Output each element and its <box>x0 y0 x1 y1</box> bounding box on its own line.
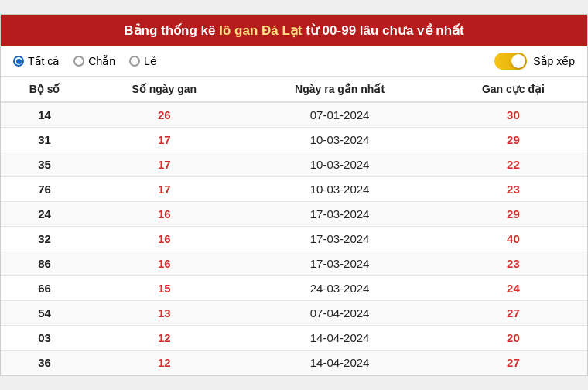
cell-so-ngay-gan: 16 <box>88 251 240 276</box>
cell-ngay-ra: 14-04-2024 <box>240 326 439 351</box>
cell-gan-cuc-dai: 40 <box>439 227 587 251</box>
cell-bo-so: 66 <box>1 276 88 301</box>
cell-gan-cuc-dai: 23 <box>439 251 587 276</box>
cell-bo-so: 76 <box>1 177 88 202</box>
main-container: Bảng thống kê lô gan Đà Lạt từ 00-99 lâu… <box>0 14 588 376</box>
cell-gan-cuc-dai: 29 <box>439 202 587 227</box>
header-highlight: lô gan Đà Lạt <box>219 23 302 38</box>
header-text-after: từ 00-99 lâu chưa về nhất <box>303 23 464 38</box>
page-header: Bảng thống kê lô gan Đà Lạt từ 00-99 lâu… <box>1 15 587 46</box>
col-bo-so: Bộ số <box>1 77 88 102</box>
sort-toggle[interactable] <box>494 53 527 70</box>
filter-tat-ca-label: Tất cả <box>28 55 60 67</box>
cell-ngay-ra: 10-03-2024 <box>240 152 439 177</box>
cell-ngay-ra: 17-03-2024 <box>240 202 439 227</box>
cell-so-ngay-gan: 16 <box>88 202 240 227</box>
cell-ngay-ra: 17-03-2024 <box>240 227 439 251</box>
cell-so-ngay-gan: 26 <box>88 102 240 128</box>
cell-bo-so: 86 <box>1 251 88 276</box>
col-so-ngay-gan: Số ngày gan <box>88 77 240 102</box>
filter-le-label: Lẻ <box>144 55 157 67</box>
cell-bo-so: 35 <box>1 152 88 177</box>
filter-chan-label: Chẵn <box>88 55 115 67</box>
sort-toggle-wrap: Sắp xếp <box>494 53 575 70</box>
cell-so-ngay-gan: 13 <box>88 301 240 326</box>
radio-tat-ca[interactable] <box>13 56 24 67</box>
cell-gan-cuc-dai: 27 <box>439 351 587 375</box>
cell-ngay-ra: 24-03-2024 <box>240 276 439 301</box>
cell-bo-so: 36 <box>1 351 88 375</box>
filter-row: Tất cả Chẵn Lẻ Sắp xếp <box>1 46 587 77</box>
cell-gan-cuc-dai: 29 <box>439 128 587 152</box>
table-row: 661524-03-202424 <box>1 276 587 301</box>
cell-ngay-ra: 10-03-2024 <box>240 177 439 202</box>
table-row: 142607-01-202430 <box>1 102 587 128</box>
cell-bo-so: 32 <box>1 227 88 251</box>
cell-gan-cuc-dai: 27 <box>439 301 587 326</box>
table-row: 311710-03-202429 <box>1 128 587 152</box>
radio-le[interactable] <box>129 56 140 67</box>
table-row: 031214-04-202420 <box>1 326 587 351</box>
table-row: 321617-03-202440 <box>1 227 587 251</box>
cell-bo-so: 54 <box>1 301 88 326</box>
table-row: 351710-03-202422 <box>1 152 587 177</box>
radio-chan[interactable] <box>74 56 84 67</box>
cell-so-ngay-gan: 16 <box>88 227 240 251</box>
filter-tat-ca[interactable]: Tất cả <box>13 55 60 67</box>
cell-so-ngay-gan: 17 <box>88 177 240 202</box>
table-row: 761710-03-202423 <box>1 177 587 202</box>
cell-ngay-ra: 07-01-2024 <box>240 102 439 128</box>
filter-le[interactable]: Lẻ <box>129 55 157 67</box>
data-table: Bộ số Số ngày gan Ngày ra gần nhất Gan c… <box>1 77 587 375</box>
col-gan-cuc-dai: Gan cực đại <box>439 77 587 102</box>
filter-options: Tất cả Chẵn Lẻ <box>13 55 157 67</box>
cell-so-ngay-gan: 12 <box>88 351 240 375</box>
cell-bo-so: 14 <box>1 102 88 128</box>
cell-so-ngay-gan: 17 <box>88 128 240 152</box>
filter-chan[interactable]: Chẵn <box>74 55 115 67</box>
cell-so-ngay-gan: 15 <box>88 276 240 301</box>
table-row: 361214-04-202427 <box>1 351 587 375</box>
col-ngay-ra: Ngày ra gần nhất <box>240 77 439 102</box>
toggle-knob <box>511 54 525 68</box>
table-row: 241617-03-202429 <box>1 202 587 227</box>
cell-gan-cuc-dai: 30 <box>439 102 587 128</box>
sort-label: Sắp xếp <box>533 55 575 67</box>
cell-gan-cuc-dai: 22 <box>439 152 587 177</box>
cell-so-ngay-gan: 17 <box>88 152 240 177</box>
table-row: 861617-03-202423 <box>1 251 587 276</box>
cell-bo-so: 03 <box>1 326 88 351</box>
cell-ngay-ra: 10-03-2024 <box>240 128 439 152</box>
table-header-row: Bộ số Số ngày gan Ngày ra gần nhất Gan c… <box>1 77 587 102</box>
cell-ngay-ra: 17-03-2024 <box>240 251 439 276</box>
cell-gan-cuc-dai: 23 <box>439 177 587 202</box>
header-text-before: Bảng thống kê <box>124 23 219 38</box>
cell-ngay-ra: 14-04-2024 <box>240 351 439 375</box>
cell-ngay-ra: 07-04-2024 <box>240 301 439 326</box>
cell-gan-cuc-dai: 24 <box>439 276 587 301</box>
table-row: 541307-04-202427 <box>1 301 587 326</box>
cell-gan-cuc-dai: 20 <box>439 326 587 351</box>
cell-bo-so: 24 <box>1 202 88 227</box>
cell-so-ngay-gan: 12 <box>88 326 240 351</box>
cell-bo-so: 31 <box>1 128 88 152</box>
